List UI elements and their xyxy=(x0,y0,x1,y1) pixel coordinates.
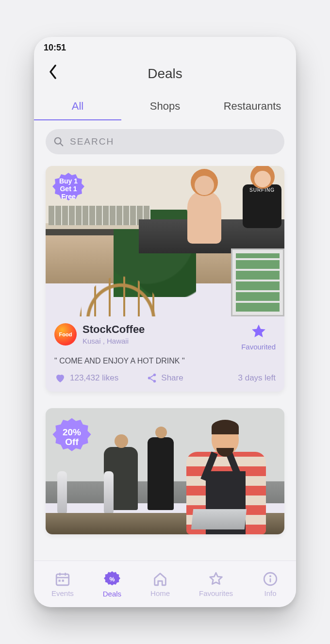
nav-deals[interactable]: % Deals xyxy=(103,570,121,598)
svg-rect-7 xyxy=(62,579,64,581)
deal-card[interactable]: 20% Off xyxy=(46,408,284,534)
time-left: 3 days left xyxy=(202,373,276,383)
deal-slogan: " COME AND ENJOY A HOT DRINK " xyxy=(54,357,276,365)
merchant-location: Kusai , Hawaii xyxy=(82,337,241,345)
deal-info: Food StockCoffee Kusai , Hawaii Favourit… xyxy=(46,316,284,392)
status-bar: 10:51 xyxy=(34,37,296,58)
calendar-icon xyxy=(54,571,71,587)
svg-rect-6 xyxy=(58,579,60,581)
phone-frame: 10:51 Deals All Shops Restaurants xyxy=(34,37,296,607)
nav-label: Deals xyxy=(103,590,121,598)
search-input[interactable] xyxy=(70,136,277,147)
likes-button[interactable]: 123,432 likes xyxy=(54,372,128,384)
deal-badge-text: Buy 1 Get 1 Free xyxy=(59,177,78,200)
svg-point-4 xyxy=(153,380,156,383)
star-icon xyxy=(208,571,224,587)
deal-badge-text: 20% Off xyxy=(63,428,81,447)
page-title: Deals xyxy=(34,66,296,82)
share-label: Share xyxy=(161,373,183,383)
nav-home[interactable]: Home xyxy=(150,571,170,597)
deal-badge: 20% Off xyxy=(51,417,92,458)
merchant-name: StockCoffee xyxy=(82,323,241,336)
nav-info[interactable]: Info xyxy=(262,571,279,597)
back-button[interactable] xyxy=(46,63,60,81)
deal-card[interactable]: Buy 1 Get 1 Free Food StockCoffee Kusai … xyxy=(46,166,284,392)
tab-shops[interactable]: Shops xyxy=(121,95,209,120)
heart-icon xyxy=(54,372,66,384)
nav-label: Home xyxy=(150,589,170,597)
tab-restaurants[interactable]: Restaurants xyxy=(209,95,296,120)
deals-icon: % xyxy=(103,570,121,588)
header: Deals xyxy=(34,58,296,85)
deal-image: 20% Off xyxy=(46,408,284,534)
tab-all[interactable]: All xyxy=(34,95,121,120)
nav-label: Info xyxy=(264,589,276,597)
nav-label: Events xyxy=(51,589,74,597)
home-icon xyxy=(152,571,168,587)
deal-image: Buy 1 Get 1 Free xyxy=(46,166,284,316)
merchant-avatar: Food xyxy=(54,323,77,346)
svg-point-10 xyxy=(269,575,271,577)
nav-favourites[interactable]: Favourites xyxy=(199,571,233,597)
status-time: 10:51 xyxy=(44,43,66,53)
favourite-label: Favourited xyxy=(241,343,276,351)
svg-rect-11 xyxy=(270,578,271,583)
chevron-left-icon xyxy=(49,65,57,79)
favourite-button[interactable]: Favourited xyxy=(241,323,276,351)
share-icon xyxy=(147,373,157,383)
search-bar[interactable] xyxy=(46,129,284,154)
search-icon xyxy=(53,136,64,147)
svg-point-3 xyxy=(153,374,156,377)
tab-bar: All Shops Restaurants xyxy=(34,85,296,120)
nav-label: Favourites xyxy=(199,589,233,597)
svg-line-1 xyxy=(60,143,63,146)
star-icon xyxy=(250,323,267,340)
svg-point-2 xyxy=(148,377,151,380)
info-icon xyxy=(262,571,279,587)
avatar-text: Food xyxy=(59,331,72,337)
deal-badge: Buy 1 Get 1 Free xyxy=(51,172,85,206)
svg-text:%: % xyxy=(109,576,115,583)
bottom-nav: Events % Deals Home Favourites Info xyxy=(34,561,296,607)
likes-count: 123,432 likes xyxy=(70,373,118,383)
content-body: Buy 1 Get 1 Free Food StockCoffee Kusai … xyxy=(34,120,296,561)
share-button[interactable]: Share xyxy=(128,373,202,383)
nav-events[interactable]: Events xyxy=(51,571,74,597)
